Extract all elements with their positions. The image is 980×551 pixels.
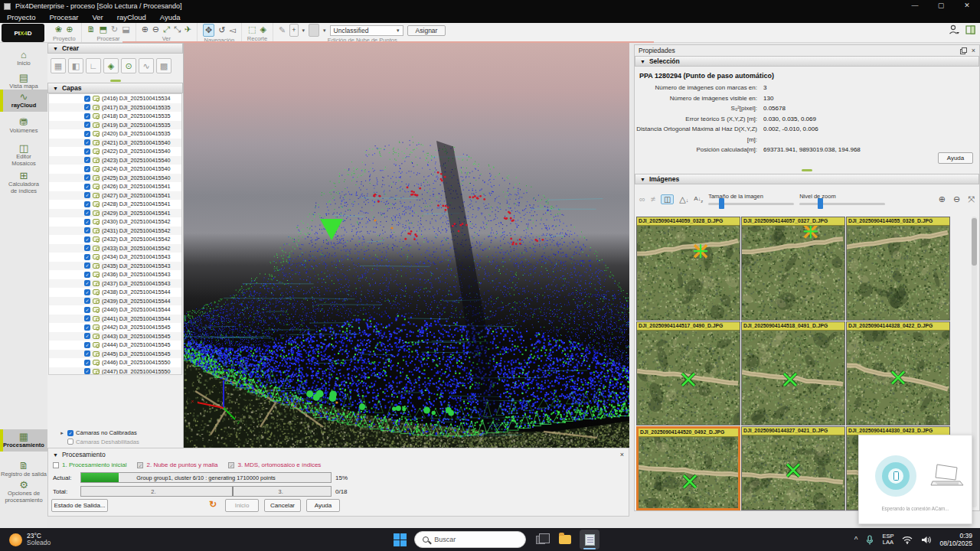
start-button[interactable]: Inicio <box>225 499 259 512</box>
layer-row[interactable]: ✓(2441) DJI_2025100415544 <box>49 315 181 324</box>
layer-checkbox[interactable]: ✓ <box>84 324 90 331</box>
layer-row[interactable]: ✓(2443) DJI_2025100415545 <box>49 332 181 341</box>
layer-checkbox[interactable]: ✓ <box>84 262 90 269</box>
help-button[interactable]: Ayuda <box>306 499 340 512</box>
image-thumbnail[interactable]: DJI_20250904144055_0326_D.JPG <box>846 217 950 321</box>
orbit-mode-icon[interactable]: ↺ <box>218 24 225 36</box>
layer-row[interactable]: ✓(2425) DJI_2025100415540 <box>49 174 181 183</box>
layer-checkbox[interactable]: ✓ <box>84 315 90 321</box>
layer-checkbox[interactable]: ✓ <box>84 350 90 357</box>
raycloud-3d-viewport[interactable] <box>184 43 629 448</box>
new-grid-icon[interactable]: ▩ <box>156 58 172 73</box>
layer-row[interactable]: ✓(2436) DJI_2025100415543 <box>49 270 181 279</box>
layer-row[interactable]: ✓(2424) DJI_2025100415540 <box>49 165 181 174</box>
processing-close-icon[interactable]: × <box>620 451 624 458</box>
layer-checkbox[interactable]: ✓ <box>84 131 90 137</box>
tray-expand-icon[interactable]: ^ <box>854 536 858 544</box>
zoom-out-icon[interactable]: ⊖ <box>152 24 159 35</box>
layer-checkbox[interactable]: ✓ <box>84 174 90 181</box>
taskbar-app-pix4d[interactable] <box>580 530 599 549</box>
open-results-icon[interactable]: ⬒ <box>100 24 107 35</box>
layer-checkbox[interactable]: ✓ <box>84 272 90 278</box>
cancel-button[interactable]: Cancelar <box>264 499 301 512</box>
properties-help-button[interactable]: Ayuda <box>938 152 973 164</box>
layer-row[interactable]: ✓(2447) DJI_2025100415550 <box>49 367 181 376</box>
expand-view-icon[interactable]: ⤢ <box>163 24 170 35</box>
layer-row[interactable]: ✓(2440) DJI_2025100415544 <box>49 305 181 315</box>
image-thumbnail[interactable]: DJI_20250904144520_0492_D.JPG <box>636 426 740 510</box>
layer-checkbox[interactable]: ✓ <box>84 298 90 304</box>
add-selection-icon[interactable]: + <box>289 24 298 37</box>
classification-select[interactable]: Unclassified ▾ <box>330 25 403 36</box>
layer-checkbox[interactable]: ✓ <box>84 368 90 374</box>
project-properties-icon[interactable]: ❀ <box>55 24 62 35</box>
start-button[interactable] <box>394 533 407 546</box>
expand-icon[interactable]: ▸ <box>59 430 65 436</box>
layer-checkbox[interactable]: ✓ <box>84 192 90 198</box>
microphone-icon[interactable] <box>866 535 874 545</box>
layer-row[interactable]: ✓(2442) DJI_2025100415545 <box>49 323 181 332</box>
layer-row[interactable]: ✓(2430) DJI_2025100415542 <box>49 217 181 227</box>
clip-apply-icon[interactable]: ◈ <box>260 24 266 35</box>
layer-row[interactable]: ✓(2419) DJI_2025100415535 <box>49 121 181 130</box>
layer-checkbox[interactable]: ✓ <box>84 280 90 286</box>
image-thumbnail[interactable]: DJI_20250904144328_0422_D.JPG <box>846 321 950 425</box>
layer-checkbox[interactable]: ✓ <box>84 122 90 128</box>
close-button[interactable]: ✕ <box>954 0 980 12</box>
imagenes-section-header[interactable]: ▼ Imágenes <box>635 174 979 184</box>
layer-row[interactable]: ✓(2433) DJI_2025100415542 <box>49 244 181 253</box>
layer-checkbox[interactable]: ✓ <box>84 157 90 163</box>
layer-checkbox[interactable]: ✓ <box>84 289 90 295</box>
layer-checkbox[interactable]: ✓ <box>84 307 90 313</box>
maximize-button[interactable]: ▢ <box>928 0 954 12</box>
unlink-images-icon[interactable]: ≠ <box>651 194 655 204</box>
output-status-button[interactable]: Estado de Salida... <box>51 499 108 512</box>
rematch-icon[interactable]: ↻ <box>111 24 118 35</box>
new-scale-constraint-icon[interactable]: ∿ <box>139 58 154 73</box>
step-checkbox[interactable]: ✓ <box>228 462 234 468</box>
layer-row[interactable]: ✓(2438) DJI_2025100415544 <box>49 288 181 297</box>
menu-item-proyecto[interactable]: Proyecto <box>0 12 43 23</box>
sidebar-item-procesamiento[interactable]: ▦Procesamiento <box>0 429 47 452</box>
sort-by-distance-icon[interactable]: △↓ <box>679 194 688 204</box>
process-step-icon[interactable]: 🗎 <box>87 24 96 35</box>
layer-checkbox[interactable]: ✓ <box>84 236 90 243</box>
layer-checkbox[interactable]: ✓ <box>84 166 90 172</box>
minimize-button[interactable]: — <box>902 0 928 12</box>
add-selection-dropdown-icon[interactable]: ▾ <box>302 28 305 34</box>
image-size-slider[interactable] <box>708 203 794 205</box>
swatch-dropdown-icon[interactable]: ▾ <box>323 28 326 34</box>
flight-view-icon[interactable]: ✈ <box>185 24 191 35</box>
layer-row[interactable]: ✓(2420) DJI_2025100415535 <box>49 129 181 139</box>
weather-widget[interactable]: 23°C Soleado <box>9 533 51 547</box>
layer-checkbox[interactable]: ✓ <box>84 227 90 233</box>
image-thumbnail[interactable]: DJI_20250904144517_0490_D.JPG <box>636 321 740 425</box>
image-fit-icon[interactable]: ⤧ <box>968 194 975 204</box>
images-scrollbar[interactable] <box>972 217 977 507</box>
refresh-icon[interactable]: ↻ <box>209 499 217 510</box>
assign-button[interactable]: Asignar <box>407 25 446 36</box>
menu-item-ayuda[interactable]: Ayuda <box>153 12 188 23</box>
layer-row[interactable]: ✓(2418) DJI_2025100415535 <box>49 112 181 121</box>
layer-row[interactable]: ✓(2439) DJI_2025100415544 <box>49 297 181 306</box>
taskbar-app-explorer[interactable] <box>555 530 575 549</box>
layer-checkbox[interactable]: ✓ <box>84 113 90 119</box>
layer-row[interactable]: ✓(2427) DJI_2025100415541 <box>49 191 181 201</box>
sort-alphabetical-icon[interactable]: A↓z <box>694 195 703 204</box>
layer-checkbox[interactable]: ✓ <box>84 333 90 339</box>
reprocess-icon[interactable]: ⬓ <box>122 24 129 35</box>
step-checkbox[interactable] <box>53 462 59 468</box>
menu-item-raycloud[interactable]: rayCloud <box>110 12 153 23</box>
sidebar-item-opciones-de[interactable]: ⚙Opciones deprocesamiento <box>0 478 47 506</box>
clip-box-icon[interactable]: ⬚ <box>248 24 256 35</box>
layer-checkbox[interactable]: ✓ <box>84 96 90 102</box>
layer-checkbox[interactable]: ✓ <box>84 184 90 190</box>
speaker-icon[interactable] <box>921 536 931 544</box>
show-marks-toggle-icon[interactable]: ◫ <box>661 194 674 204</box>
classification-color-swatch[interactable] <box>309 24 319 37</box>
image-thumbnail[interactable]: DJI_20250904144327_0421_D.JPG <box>741 426 845 510</box>
layer-checkbox[interactable]: ✓ <box>84 360 90 366</box>
layer-row[interactable]: ✓(2416) DJI_2025100415534 <box>49 94 181 103</box>
new-object-icon[interactable]: ◈ <box>103 58 119 73</box>
sidebar-item-volúmenes[interactable]: ⛃Volúmenes <box>0 115 47 137</box>
